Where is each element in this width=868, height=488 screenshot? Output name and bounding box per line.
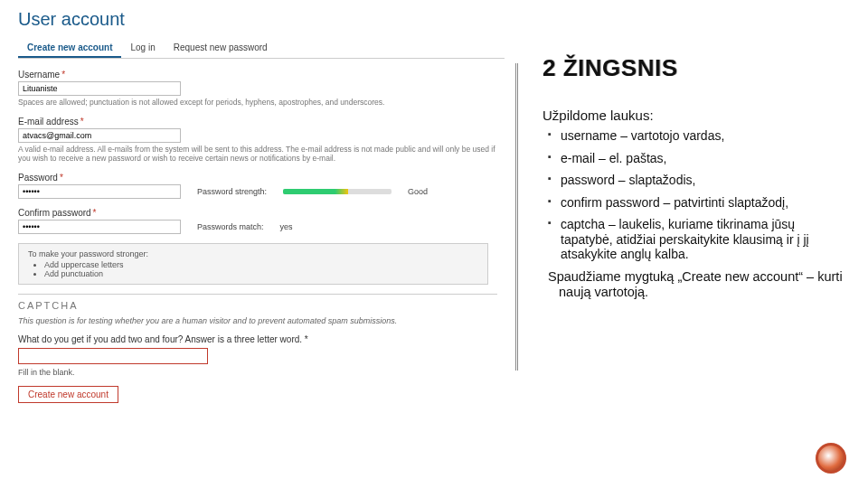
captcha-question: What do you get if you add two and four?… (18, 334, 497, 344)
username-input[interactable] (18, 81, 181, 96)
email-group: E-mail address* A valid e-mail address. … (18, 117, 505, 164)
password-hint-item: Add punctuation (44, 269, 478, 278)
form-screenshot: User account Create new account Log in R… (0, 0, 515, 488)
slide-bullet: username – vartotojo vardas, (548, 128, 850, 144)
slide-bullet: e-mail – el. paštas, (548, 151, 850, 166)
captcha-hint: Fill in the blank. (18, 368, 497, 377)
slide-intro: Užpildome laukus: (542, 108, 850, 123)
account-tabs: Create new account Log in Request new pa… (18, 39, 505, 59)
captcha-input[interactable] (18, 348, 208, 364)
slide-bullet-list: username – vartotojo vardas, e-mail – el… (542, 128, 850, 262)
password-match-label: Passwords match: (197, 222, 264, 231)
captcha-heading: CAPTCHA (18, 300, 497, 311)
slide-text-panel: 2 ŽINGSNIS Užpildome laukus: username – … (515, 0, 868, 488)
confirm-password-label: Confirm password* (18, 208, 505, 218)
email-help: A valid e-mail address. All e-mails from… (18, 145, 505, 164)
slide-bullet: password – slaptažodis, (548, 173, 850, 188)
username-group: Username* Spaces are allowed; punctuatio… (18, 70, 505, 108)
slide-title: 2 ŽINGSNIS (542, 54, 850, 82)
confirm-password-group: Confirm password* Passwords match: yes (18, 208, 505, 234)
password-field[interactable] (18, 184, 181, 199)
password-match-value: yes (280, 222, 293, 231)
create-account-button[interactable]: Create new account (18, 386, 118, 403)
username-label: Username* (18, 70, 505, 80)
password-hints-box: To make your password stronger: Add uppe… (18, 243, 488, 285)
password-group: Password* Password strength: Good (18, 173, 505, 199)
captcha-section: CAPTCHA This question is for testing whe… (18, 294, 497, 377)
slide-bullet: captcha – laukelis, kuriame tikrinama jū… (548, 217, 850, 262)
password-strength-bar (283, 189, 392, 194)
captcha-description: This question is for testing whether you… (18, 316, 497, 325)
password-hint-item: Add uppercase letters (44, 260, 478, 269)
confirm-password-field[interactable] (18, 220, 181, 234)
slide-bullet: confirm password – patvirtinti slaptažod… (548, 195, 850, 211)
password-hints-intro: To make your password stronger: (28, 249, 478, 258)
slide-outro: Spaudžiame mygtuką „Create new account“ … (542, 269, 850, 300)
medal-icon (816, 443, 846, 474)
tab-create-account[interactable]: Create new account (18, 39, 121, 58)
password-label: Password* (18, 173, 505, 183)
page-title: User account (18, 9, 505, 30)
email-label: E-mail address* (18, 117, 505, 127)
tab-login[interactable]: Log in (121, 39, 164, 58)
password-strength-label: Password strength: (197, 187, 267, 196)
username-help: Spaces are allowed; punctuation is not a… (18, 98, 497, 108)
password-strength-value: Good (408, 187, 428, 196)
tab-request-password[interactable]: Request new password (165, 39, 277, 58)
divider-icon (515, 63, 518, 371)
email-field[interactable] (18, 128, 181, 143)
